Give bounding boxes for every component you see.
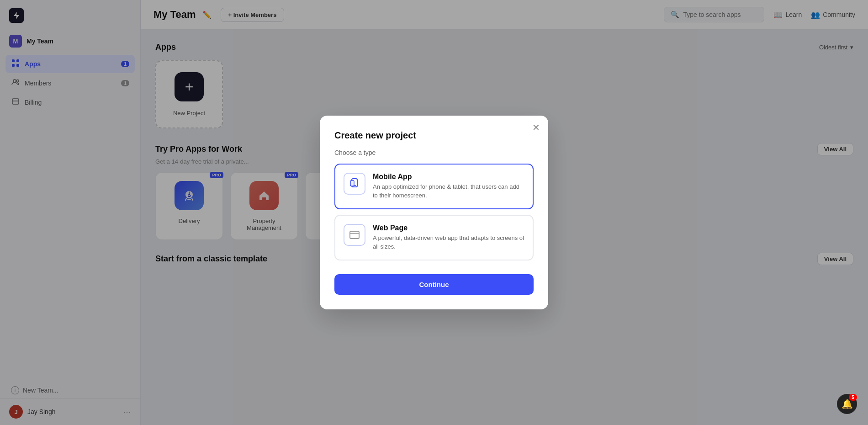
- web-option-info: Web Page A powerful, data-driven web app…: [373, 224, 524, 251]
- create-project-modal: ✕ Create new project Choose a type Mobil…: [320, 116, 548, 309]
- modal-title: Create new project: [334, 130, 534, 141]
- notification-count: 5: [849, 394, 857, 401]
- notification-bell[interactable]: 🔔 5: [837, 394, 857, 414]
- modal-overlay: ✕ Create new project Choose a type Mobil…: [0, 0, 868, 425]
- type-option-mobile[interactable]: Mobile App An app optimized for phone & …: [334, 164, 534, 209]
- mobile-option-desc: An app optimized for phone & tablet, tha…: [373, 183, 524, 200]
- modal-close-button[interactable]: ✕: [532, 123, 540, 132]
- mobile-app-icon: [344, 173, 365, 195]
- mobile-option-title: Mobile App: [373, 173, 524, 181]
- svg-rect-16: [350, 231, 359, 239]
- mobile-option-info: Mobile App An app optimized for phone & …: [373, 173, 524, 200]
- web-option-desc: A powerful, data-driven web app that ada…: [373, 234, 524, 251]
- modal-subtitle: Choose a type: [334, 149, 534, 156]
- web-page-icon: [344, 224, 365, 246]
- continue-button[interactable]: Continue: [334, 274, 534, 295]
- type-option-web[interactable]: Web Page A powerful, data-driven web app…: [334, 215, 534, 260]
- web-option-title: Web Page: [373, 224, 524, 232]
- svg-rect-15: [350, 181, 354, 186]
